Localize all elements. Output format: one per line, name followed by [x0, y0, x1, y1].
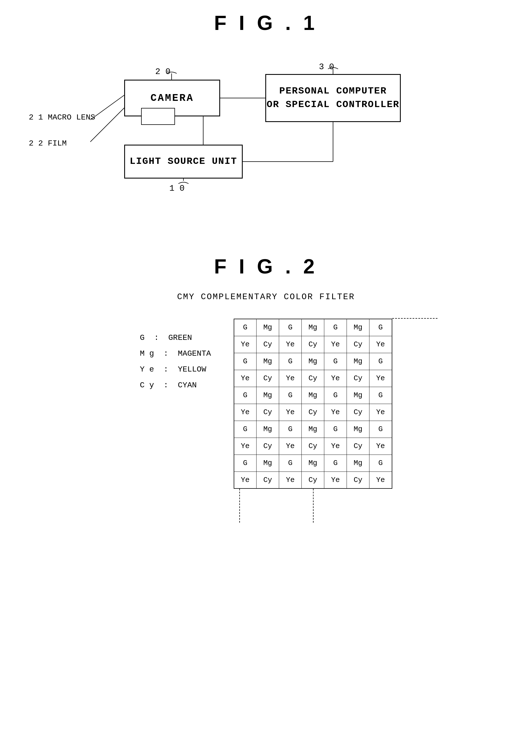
filter-cell: Cy [347, 370, 369, 387]
filter-cell: Ye [234, 370, 257, 387]
legend-item-ye: Y e : YELLOW [140, 362, 211, 377]
filter-cell: Mg [347, 421, 369, 438]
fig2-subtitle: CMY COMPLEMENTARY COLOR FILTER [17, 292, 515, 302]
filter-cell: Ye [279, 472, 302, 488]
table-row: GMgGMgGMgG [234, 455, 392, 472]
filter-cell: Ye [369, 370, 392, 387]
fig1-diagram: 2 0 3 0 CAMERA PERSONAL COMPUTEROR SPECI… [17, 51, 515, 227]
filter-cell: G [369, 319, 392, 336]
filter-cell: Cy [302, 438, 324, 455]
filter-cell: Cy [302, 370, 324, 387]
filter-cell: Ye [234, 404, 257, 421]
table-row: YeCyYeCyYeCyYe [234, 404, 392, 421]
filter-cell: G [324, 387, 347, 404]
filter-cell: G [279, 455, 302, 472]
light-source-box: LIGHT SOURCE UNIT [124, 145, 243, 178]
legend-item-g: G : GREEN [140, 330, 211, 346]
filter-grid-wrapper: GMgGMgGMgGYeCyYeCyYeCyYeGMgGMgGMgGYeCyYe… [234, 319, 392, 489]
filter-cell: G [234, 319, 257, 336]
filter-cell: Mg [302, 387, 324, 404]
filter-cell: Mg [257, 421, 279, 438]
color-filter-table: GMgGMgGMgGYeCyYeCyYeCyYeGMgGMgGMgGYeCyYe… [234, 319, 392, 489]
dashed-bottom-mid [313, 489, 314, 523]
filter-cell: Cy [257, 472, 279, 488]
filter-cell: G [234, 421, 257, 438]
table-row: YeCyYeCyYeCyYe [234, 438, 392, 455]
filter-cell: Cy [347, 472, 369, 488]
filter-cell: Ye [279, 404, 302, 421]
filter-cell: G [369, 353, 392, 370]
fig1-title: F I G . 1 [17, 11, 515, 35]
filter-cell: Ye [369, 438, 392, 455]
filter-cell: Mg [302, 421, 324, 438]
filter-cell: Ye [234, 438, 257, 455]
filter-cell: Cy [347, 404, 369, 421]
dashed-top-line [392, 318, 438, 319]
pc-label: PERSONAL COMPUTEROR SPECIAL CONTROLLER [267, 85, 399, 111]
table-row: YeCyYeCyYeCyYe [234, 370, 392, 387]
filter-cell: Ye [369, 336, 392, 353]
filter-cell: Cy [302, 404, 324, 421]
filter-cell: Cy [347, 438, 369, 455]
filter-cell: Mg [347, 353, 369, 370]
filter-cell: Mg [257, 353, 279, 370]
filter-cell: Ye [324, 438, 347, 455]
filter-cell: Mg [347, 319, 369, 336]
filter-cell: Mg [302, 319, 324, 336]
dashed-bottom-left [239, 489, 240, 523]
table-row: YeCyYeCyYeCyYe [234, 336, 392, 353]
fig2-content: G : GREEN M g : MAGENTA Y e : YELLOW C y… [17, 319, 515, 489]
filter-cell: Mg [347, 387, 369, 404]
table-row: GMgGMgGMgG [234, 353, 392, 370]
legend-item-mg: M g : MAGENTA [140, 346, 211, 362]
filter-cell: Ye [279, 336, 302, 353]
filter-cell: Cy [347, 336, 369, 353]
filter-cell: G [324, 455, 347, 472]
filter-cell: Cy [257, 404, 279, 421]
table-row: YeCyYeCyYeCyYe [234, 472, 392, 488]
filter-cell: Cy [257, 336, 279, 353]
table-row: GMgGMgGMgG [234, 319, 392, 336]
filter-cell: Cy [257, 370, 279, 387]
svg-line-7 [90, 108, 124, 142]
filter-cell: G [234, 387, 257, 404]
filter-cell: Ye [369, 472, 392, 488]
filter-cell: G [324, 319, 347, 336]
filter-cell: Mg [302, 455, 324, 472]
filter-cell: Ye [324, 404, 347, 421]
filter-cell: G [369, 421, 392, 438]
filter-cell: Cy [302, 472, 324, 488]
light-label: LIGHT SOURCE UNIT [130, 155, 237, 168]
filter-cell: G [279, 353, 302, 370]
filter-cell: Ye [234, 472, 257, 488]
fig2-title: F I G . 2 [17, 255, 515, 278]
filter-cell: G [324, 421, 347, 438]
pc-box: PERSONAL COMPUTEROR SPECIAL CONTROLLER [265, 74, 401, 122]
filter-cell: G [279, 421, 302, 438]
filter-cell: G [369, 455, 392, 472]
filter-cell: Cy [257, 438, 279, 455]
table-row: GMgGMgGMgG [234, 421, 392, 438]
filter-cell: Mg [257, 319, 279, 336]
filter-cell: Cy [302, 336, 324, 353]
filter-cell: Mg [302, 353, 324, 370]
filter-cell: G [234, 455, 257, 472]
filter-cell: G [369, 387, 392, 404]
filter-cell: Ye [279, 438, 302, 455]
fig2-legend: G : GREEN M g : MAGENTA Y e : YELLOW C y… [140, 319, 211, 393]
filter-cell: Ye [324, 336, 347, 353]
legend-item-cy: C y : CYAN [140, 377, 211, 393]
camera-inner-box [141, 108, 175, 125]
camera-label: CAMERA [150, 93, 194, 104]
filter-cell: G [279, 387, 302, 404]
filter-cell: G [234, 353, 257, 370]
svg-line-6 [90, 95, 124, 120]
filter-cell: Mg [257, 387, 279, 404]
filter-cell: Ye [369, 404, 392, 421]
filter-cell: Ye [279, 370, 302, 387]
table-row: GMgGMgGMgG [234, 387, 392, 404]
filter-cell: G [279, 319, 302, 336]
filter-cell: Mg [347, 455, 369, 472]
filter-cell: G [324, 353, 347, 370]
filter-cell: Ye [324, 370, 347, 387]
